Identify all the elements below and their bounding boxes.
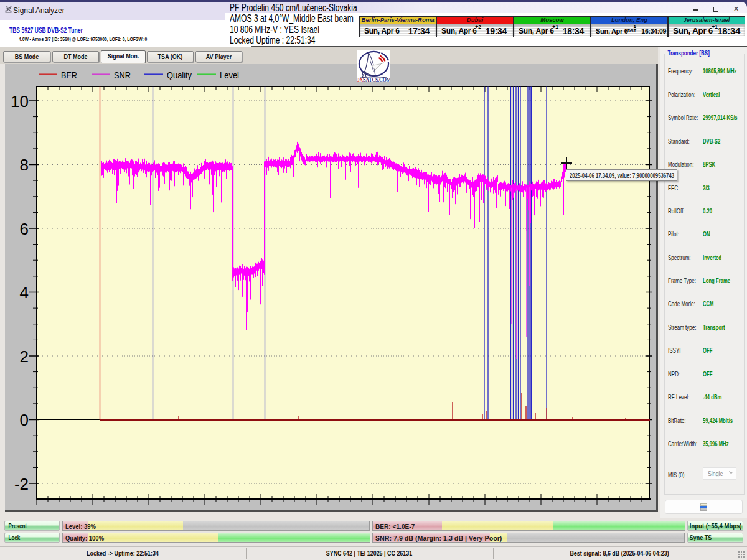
svg-text:Level: Level <box>220 70 239 80</box>
svg-text:0: 0 <box>20 411 29 429</box>
svg-text:4: 4 <box>20 283 29 302</box>
svg-text:SNR: SNR <box>114 70 131 80</box>
svg-text:10: 10 <box>11 92 29 111</box>
svg-text:DXSATCS.COM: DXSATCS.COM <box>357 77 390 82</box>
svg-text:2: 2 <box>20 347 29 366</box>
svg-text:Quality: Quality <box>167 70 192 80</box>
svg-text:6: 6 <box>20 220 29 238</box>
svg-text:-2: -2 <box>14 475 29 493</box>
svg-text:8: 8 <box>20 156 29 174</box>
svg-text:BER: BER <box>61 70 77 80</box>
